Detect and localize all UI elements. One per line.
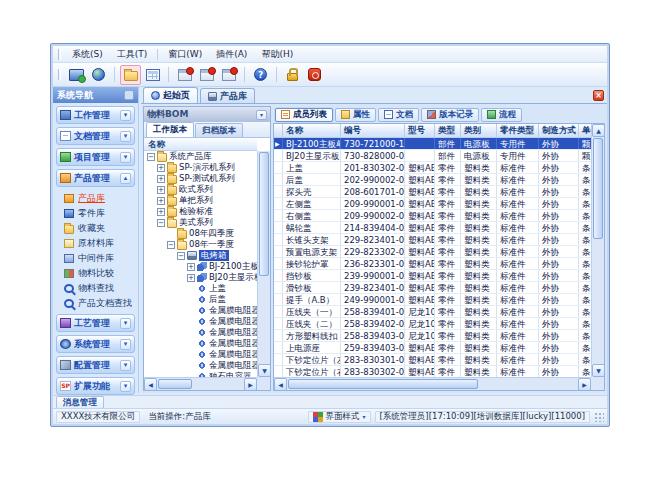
sidebar-item[interactable]: 物料查找 — [61, 281, 135, 296]
chevron-down-icon[interactable]: ▾ — [120, 339, 131, 350]
tree-node[interactable]: 金属膜电阻器 — [145, 360, 257, 371]
sidebar-section[interactable]: 产品管理▴ — [56, 169, 135, 187]
window-new-button[interactable] — [174, 65, 195, 85]
tree-column-header[interactable]: 名称 — [144, 138, 257, 151]
tree-node[interactable]: 上盖 — [145, 283, 257, 294]
table-header-cell[interactable]: 单位 — [579, 124, 591, 138]
collapse-toggle[interactable]: − — [167, 241, 175, 249]
message-manager-tab[interactable]: 消息管理 — [56, 396, 104, 408]
chevron-down-icon[interactable]: ▾ — [120, 152, 131, 163]
sidebar-section[interactable]: 文档管理▾ — [56, 127, 135, 145]
menu-item[interactable]: 插件(A) — [209, 46, 254, 63]
tree-node[interactable]: 08年四季度 — [145, 228, 257, 239]
table-scroll-left-button[interactable]: ◀ — [274, 378, 287, 391]
expand-toggle[interactable]: + — [157, 208, 165, 216]
table-row[interactable]: 上电源座259-839403-00X塑料ABS零件塑料类标准件外协条 — [274, 342, 591, 354]
tree-node[interactable]: 后盖 — [145, 294, 257, 305]
table-tab[interactable]: 流程 — [481, 108, 522, 122]
tree-node[interactable]: +SP-演示机系列 — [145, 162, 257, 173]
sidebar-section[interactable]: 项目管理▾ — [56, 148, 135, 166]
tree-node[interactable]: +BJ-2100主板单点 — [145, 261, 257, 272]
chevron-up-icon[interactable]: ▴ — [120, 173, 131, 184]
help-button[interactable] — [250, 65, 271, 85]
tree-node[interactable]: −系统产品库 — [145, 151, 257, 162]
sidebar-section[interactable]: 扩展功能▾ — [56, 377, 135, 395]
sidebar-item[interactable]: 产品库 — [61, 191, 135, 206]
table-horizontal-scrollbar[interactable]: ◀ ▶ — [274, 377, 591, 390]
chevron-down-icon[interactable]: ▾ — [120, 318, 131, 329]
lock-button[interactable] — [282, 65, 303, 85]
grid-button[interactable] — [142, 65, 163, 85]
collapse-toggle[interactable]: − — [177, 252, 185, 260]
tree-node[interactable]: +检验标准 — [145, 206, 257, 217]
expand-toggle[interactable]: + — [157, 197, 165, 205]
table-row[interactable]: 挡钞板239-990001-01X塑料ABS零件塑料类标准件外协条 — [274, 270, 591, 282]
tree-node[interactable]: +单把系列 — [145, 195, 257, 206]
resize-grip[interactable] — [594, 412, 604, 422]
table-vscroll-thumb[interactable] — [593, 138, 603, 239]
sidebar-item[interactable]: 原材料库 — [61, 236, 135, 251]
expand-toggle[interactable]: + — [157, 186, 165, 194]
close-tab-button[interactable]: × — [593, 90, 604, 101]
tree-scroll-left-button[interactable]: ◀ — [144, 378, 157, 390]
sidebar-section[interactable]: 工艺管理▾ — [56, 314, 135, 332]
table-tab[interactable]: 属性 — [335, 108, 376, 122]
tree-node[interactable]: 金属膜电阻器 — [145, 316, 257, 327]
expand-toggle[interactable]: + — [187, 274, 195, 282]
power-button[interactable] — [304, 65, 325, 85]
tree-node[interactable]: −08年一季度 — [145, 239, 257, 250]
tree-node[interactable]: +SP-测试机系列 — [145, 173, 257, 184]
toolbar-drag-grip[interactable] — [58, 69, 61, 80]
tree-scroll-down-button[interactable]: ▼ — [258, 364, 270, 377]
tree-node[interactable]: −电烤箱 — [145, 250, 257, 261]
table-header-cell[interactable]: 类型 — [435, 124, 461, 138]
table-row[interactable]: BJ20主显示板730-828000-04X部件电源板专用件外协颗 — [274, 150, 591, 162]
chevron-down-icon[interactable]: ▾ — [120, 381, 131, 392]
tree-node[interactable]: −美式系列 — [145, 217, 257, 228]
sidebar-section[interactable]: 工作管理▾ — [56, 106, 135, 124]
table-row[interactable]: 方形塑料线扣258-839403-00X尼龙1010零件塑料类标准件外协条 — [274, 330, 591, 342]
menu-drag-grip[interactable] — [58, 49, 61, 60]
tb-folder-button[interactable] — [120, 65, 141, 85]
doc-tab[interactable]: 起始页 — [143, 87, 198, 103]
table-row[interactable]: 长锥头支架229-823401-00X塑料ABS零件塑料类标准件外协条 — [274, 234, 591, 246]
chevron-down-icon[interactable]: ▾ — [120, 360, 131, 371]
table-header-cell[interactable]: 型号 — [405, 124, 435, 138]
style-selector[interactable]: 界面样式 ▾ — [308, 411, 371, 423]
doc-tab[interactable]: 产品库 — [200, 88, 255, 103]
tree-node[interactable]: +欧式系列 — [145, 184, 257, 195]
table-hscroll-thumb[interactable] — [288, 379, 478, 389]
table-row[interactable]: 滑钞板239-823401-00X塑料ABS零件塑料类标准件外协条 — [274, 282, 591, 294]
tree-horizontal-scrollbar[interactable]: ◀ ▶ — [144, 377, 257, 390]
table-scroll-down-button[interactable]: ▼ — [592, 364, 605, 377]
tree-node[interactable]: 金属膜电阻器 — [145, 349, 257, 360]
table-header-cell[interactable]: 名称 — [283, 124, 341, 138]
tree-node[interactable]: 金属膜电阻器 — [145, 327, 257, 338]
table-row[interactable]: 左侧盖209-990001-01X塑料ABS零件塑料类标准件外协条 — [274, 198, 591, 210]
tree-node[interactable]: 金属膜电阻器 — [145, 338, 257, 349]
table-scroll-right-button[interactable]: ▶ — [578, 378, 591, 391]
table-row[interactable]: 接钞轮护罩236-823301-00X塑料ABS零件塑料类标准件外协条 — [274, 258, 591, 270]
table-header-cell[interactable]: 编号 — [341, 124, 405, 138]
sidebar-item[interactable]: 零件库 — [61, 206, 135, 221]
tree-hscroll-thumb[interactable] — [158, 379, 192, 389]
table-row[interactable]: 压线夹（二）258-839402-00X尼龙1010零件塑料类标准件外协条 — [274, 318, 591, 330]
table-tab[interactable]: 成员列表 — [275, 108, 333, 122]
menu-item[interactable]: 工具(T) — [110, 46, 155, 63]
table-row[interactable]: 提手（A.B）249-990001-01X塑料ABS零件塑料类标准件外协条 — [274, 294, 591, 306]
expand-toggle[interactable]: + — [187, 263, 195, 271]
tree-vscroll-thumb[interactable] — [259, 152, 269, 276]
sidebar-section[interactable]: 配置管理▾ — [56, 356, 135, 374]
window-close-button[interactable] — [218, 65, 239, 85]
window-open-button[interactable] — [196, 65, 217, 85]
sidebar-pin-button[interactable] — [124, 90, 134, 100]
sidebar-item[interactable]: 物料比较 — [61, 266, 135, 281]
expand-toggle[interactable]: + — [157, 164, 165, 172]
sidebar-section[interactable]: 系统管理▾ — [56, 335, 135, 353]
chevron-down-icon[interactable]: ▾ — [120, 131, 131, 142]
tree-scroll-right-button[interactable]: ▶ — [244, 378, 257, 390]
table-row[interactable]: 上盖201-830302-00X塑料ABS零件塑料类标准件外协条 — [274, 162, 591, 174]
expand-toggle[interactable]: + — [157, 175, 165, 183]
table-tab[interactable]: 文档 — [378, 108, 419, 122]
tree-vertical-scrollbar[interactable]: ▼ — [257, 151, 270, 377]
